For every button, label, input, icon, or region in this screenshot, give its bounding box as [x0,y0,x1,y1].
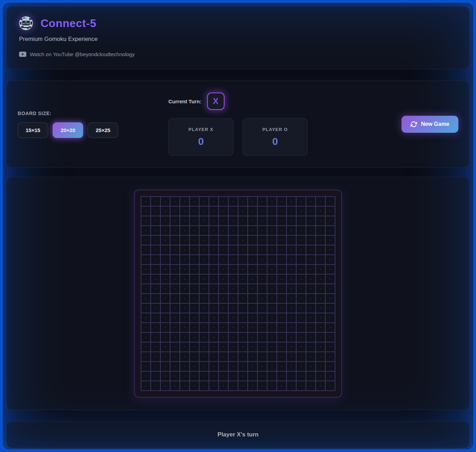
board-cell[interactable] [248,313,257,322]
board-cell[interactable] [258,304,267,313]
board-cell[interactable] [209,236,218,245]
board-cell[interactable] [229,284,238,293]
board-cell[interactable] [287,275,296,284]
board-cell[interactable] [161,352,170,361]
board-cell[interactable] [161,381,170,390]
board-cell[interactable] [306,342,315,351]
board-cell[interactable] [287,313,296,322]
board-cell[interactable] [200,381,209,390]
board-cell[interactable] [161,313,170,322]
board-cell[interactable] [170,294,179,303]
board-cell[interactable] [200,362,209,371]
board-cell[interactable] [151,313,160,322]
board-cell[interactable] [238,197,247,206]
board-cell[interactable] [219,323,228,332]
board-cell[interactable] [229,313,238,322]
board-cell[interactable] [209,226,218,235]
board-cell[interactable] [190,197,199,206]
board-cell[interactable] [200,275,209,284]
board-cell[interactable] [161,216,170,225]
board-cell[interactable] [219,304,228,313]
board-cell[interactable] [200,323,209,332]
board-cell[interactable] [267,304,276,313]
board-cell[interactable] [229,236,238,245]
board-cell[interactable] [297,236,306,245]
board-cell[interactable] [238,352,247,361]
board-cell[interactable] [151,362,160,371]
board-cell[interactable] [161,245,170,254]
board-cell[interactable] [141,352,150,361]
board-cell[interactable] [151,381,160,390]
board-cell[interactable] [161,275,170,284]
board-cell[interactable] [141,362,150,371]
board-cell[interactable] [180,352,189,361]
board-cell[interactable] [287,207,296,216]
board-cell[interactable] [297,381,306,390]
board-cell[interactable] [190,342,199,351]
board-cell[interactable] [180,275,189,284]
board-cell[interactable] [141,294,150,303]
board-cell[interactable] [229,304,238,313]
board-cell[interactable] [306,265,315,274]
board-cell[interactable] [170,362,179,371]
board-cell[interactable] [258,207,267,216]
board-cell[interactable] [267,275,276,284]
board-cell[interactable] [277,342,286,351]
board-cell[interactable] [297,352,306,361]
board-cell[interactable] [141,372,150,381]
board-cell[interactable] [326,294,335,303]
board-cell[interactable] [297,226,306,235]
board-cell[interactable] [229,352,238,361]
board-cell[interactable] [238,372,247,381]
board-cell[interactable] [267,265,276,274]
board-cell[interactable] [267,362,276,371]
board-cell[interactable] [277,245,286,254]
board-cell[interactable] [297,197,306,206]
board-cell[interactable] [209,265,218,274]
board-cell[interactable] [267,333,276,342]
board-cell[interactable] [229,323,238,332]
board-cell[interactable] [248,226,257,235]
board-cell[interactable] [180,372,189,381]
board-cell[interactable] [267,342,276,351]
board-cell[interactable] [170,304,179,313]
board-cell[interactable] [248,333,257,342]
board-cell[interactable] [248,323,257,332]
board-cell[interactable] [297,362,306,371]
board-cell[interactable] [326,333,335,342]
board-cell[interactable] [190,313,199,322]
board-cell[interactable] [200,236,209,245]
board-cell[interactable] [170,236,179,245]
board-cell[interactable] [267,372,276,381]
board-cell[interactable] [326,304,335,313]
board-cell[interactable] [297,372,306,381]
board-cell[interactable] [209,342,218,351]
board-cell[interactable] [229,255,238,264]
board-cell[interactable] [316,372,325,381]
board-cell[interactable] [161,226,170,235]
board-cell[interactable] [277,313,286,322]
board-cell[interactable] [277,255,286,264]
board-cell[interactable] [141,381,150,390]
board-cell[interactable] [258,275,267,284]
board-cell[interactable] [209,333,218,342]
board-cell[interactable] [287,265,296,274]
board-cell[interactable] [161,197,170,206]
board-cell[interactable] [229,381,238,390]
board-cell[interactable] [248,352,257,361]
board-cell[interactable] [287,226,296,235]
board-cell[interactable] [297,255,306,264]
board-cell[interactable] [297,333,306,342]
board-cell[interactable] [326,245,335,254]
board-cell[interactable] [161,236,170,245]
board-cell[interactable] [306,236,315,245]
board-cell[interactable] [141,265,150,274]
board-cell[interactable] [200,265,209,274]
board-cell[interactable] [277,362,286,371]
board-cell[interactable] [151,284,160,293]
board-cell[interactable] [316,236,325,245]
board-cell[interactable] [229,265,238,274]
board-cell[interactable] [306,207,315,216]
board-cell[interactable] [161,362,170,371]
board-cell[interactable] [170,352,179,361]
